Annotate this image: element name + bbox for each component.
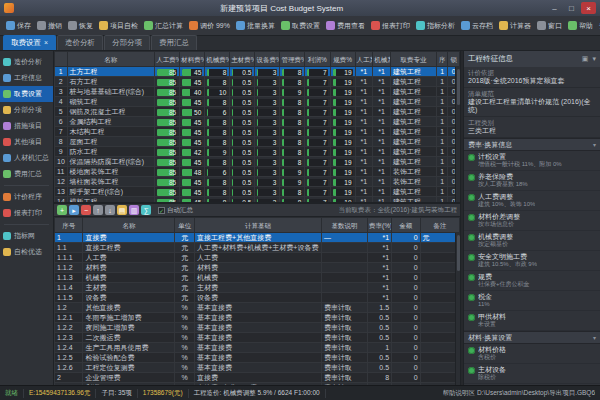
toolbar-button-window[interactable]: 窗口 — [534, 19, 565, 33]
toolbar-button-self-check[interactable]: 项目自检 — [96, 19, 141, 33]
fee-detail-row[interactable]: 1.1.1人工费元人工费*10 — [55, 253, 460, 263]
fee-table-row[interactable]: 12墙柱面装饰工程854580.539719*1*1装饰工程10 — [55, 177, 460, 187]
toolbar-button-login[interactable]: 登录 — [596, 19, 600, 33]
delete-row-button[interactable]: − — [81, 205, 91, 215]
setting-item[interactable]: 主材设备除税价 — [464, 364, 600, 384]
fee-table-row[interactable]: 8屋面工程854580.538719*1*1建筑工程10 — [55, 137, 460, 147]
toolbar-button-help[interactable]: 帮助 — [565, 19, 596, 33]
setting-item[interactable]: 材料价差调整按市场信息价 — [464, 211, 600, 231]
tab-cost-summary[interactable]: 费用汇总 — [151, 35, 197, 50]
fee-detail-row[interactable]: 1.1.2材料费元材料费*10 — [55, 263, 460, 273]
tab-fee-setting[interactable]: 取费设置× — [3, 35, 56, 50]
fee-detail-row[interactable]: 1.2其他直接费%基本直接费费率计取1.50 — [55, 303, 460, 313]
progress-bar: 85 — [157, 89, 177, 96]
toolbar-button-batch-convert[interactable]: 批量换算 — [233, 19, 278, 33]
sidebar-item-auto-check[interactable]: 自检优选 — [0, 244, 53, 260]
setting-item[interactable]: 人工费调整建筑 10%、装饰 10% — [464, 191, 600, 211]
fee-detail-row[interactable]: 1.1.5设备费元设备费*10 — [55, 293, 460, 303]
sidebar-item-project-info[interactable]: 工程信息 — [0, 70, 53, 86]
fee-detail-row[interactable]: 1.1.4主材费元主材费*10 — [55, 283, 460, 293]
fee-detail-row[interactable]: 2企业管理费%直接费费率计取80 — [55, 373, 460, 383]
property-field[interactable]: 工程类别三类工程 — [464, 117, 600, 138]
toolbar-button-calculator[interactable]: 计算器 — [496, 19, 534, 33]
fee-table-row[interactable]: 5钢筋及混凝土工程855060.538719*1*1建筑工程10 — [55, 107, 460, 117]
sidebar-item-other-items[interactable]: 其他项目 — [0, 134, 53, 150]
fee-detail-row[interactable]: 1.1.3机械费元机械费*10 — [55, 273, 460, 283]
fee-detail-row[interactable]: 1.2.1冬雨季施工增加费%基本直接费费率计取0.50 — [55, 313, 460, 323]
toolbar-button-index[interactable]: 指标分析 — [413, 19, 458, 33]
fee-detail-row[interactable]: 1.2.2夜间施工增加费%基本直接费费率计取0.50 — [55, 323, 460, 333]
insert-row-button[interactable]: ▸ — [69, 205, 79, 215]
fee-table-row[interactable]: 13脚手架工程(综合)854580.538719*1*1建筑工程10 — [55, 187, 460, 197]
fee-detail-row[interactable]: 1.2.6工程定位复测费%基本直接费费率计取0.50 — [55, 363, 460, 373]
setting-item[interactable]: 机械费调整按定额基价 — [464, 231, 600, 251]
fee-table-row[interactable]: 9防水工程854290.538719*1*1建筑工程10 — [55, 147, 460, 157]
setting-item[interactable]: 税金11% — [464, 291, 600, 311]
fee-detail-row[interactable]: 1直接费元直接工程费+其他直接费—*10元 — [55, 233, 460, 243]
toolbar-button-cost-view[interactable]: 费用查看 — [323, 19, 368, 33]
sidebar-item-bill-items[interactable]: 分部分项 — [0, 102, 53, 118]
sidebar-item-fee-setting[interactable]: 取费设置 — [0, 86, 53, 102]
fee-table-row[interactable]: 14模板工程854580.538719*1*1建筑工程10 — [55, 197, 460, 204]
toolbar-button-price-adjust[interactable]: 调价 99% — [186, 19, 233, 33]
toolbar-button-undo[interactable]: 撤销 — [34, 19, 65, 33]
toolbar-button-save[interactable]: 保存 — [3, 19, 34, 33]
fee-table-row[interactable]: 3桩与地基基础工程(综合)8540100.539719*1*1建筑工程10 — [55, 87, 460, 97]
vertical-scrollbar[interactable] — [455, 233, 460, 385]
save-template-button[interactable]: ▤ — [117, 205, 127, 215]
section-header[interactable]: 材料·换算设置▾ — [464, 331, 600, 344]
toolbar-button-summary-calc[interactable]: 汇总计算 — [141, 19, 186, 33]
property-field[interactable]: 计价依据2018版·全统2016预算定额直套 — [464, 67, 600, 88]
sidebar-item-report-print[interactable]: 报表打印 — [0, 205, 53, 221]
sidebar-item-measure-items[interactable]: 措施项目 — [0, 118, 53, 134]
property-field[interactable]: 清单规范建设工程工程量清单计价规范 (2016)(全统) — [464, 88, 600, 117]
fee-table-row[interactable]: 10保温隔热防腐工程(综合)854580.538719*1*1建筑工程10 — [55, 157, 460, 167]
fee-table-row[interactable]: 1土方工程854580.538719*1*1建筑工程10 — [55, 67, 460, 77]
chevron-down-icon[interactable]: ▾ — [592, 55, 596, 63]
tab-bill-items[interactable]: 分部分项 — [104, 35, 150, 50]
sidebar-item-cost-analysis[interactable]: 造价分析 — [0, 54, 53, 70]
setting-item[interactable]: 养老保险费按人工费基数 18% — [464, 171, 600, 191]
minimize-button[interactable]: – — [547, 2, 562, 14]
cell-index: 6 — [55, 117, 68, 127]
fee-table-row[interactable]: 7木结构工程854580.538719*1*1建筑工程10 — [55, 127, 460, 137]
fee-detail-row[interactable]: 3利润%直接费+企业管理费费率计取70 — [55, 383, 460, 386]
fee-detail-row[interactable]: 1.2.5检验试验配合费%基本直接费费率计取0.50 — [55, 353, 460, 363]
toolbar-button-report[interactable]: 报表打印 — [368, 19, 413, 33]
move-up-button[interactable]: ↑ — [93, 205, 103, 215]
sidebar-item-pricing-program[interactable]: 计价程序 — [0, 189, 53, 205]
toolbar-button-cloud[interactable]: 云存档 — [458, 19, 496, 33]
fee-detail-row[interactable]: 1.1直接工程费元人工费+材料费+机械费+主材费+设备费*10 — [55, 243, 460, 253]
toolbar-button-fee-setting[interactable]: 取费设置 — [278, 19, 323, 33]
setting-item[interactable]: 规费社保费+住房公积金 — [464, 271, 600, 291]
setting-item[interactable]: 计税设置增值税一般计税 11%、附加 0% — [464, 151, 600, 171]
fee-table-row[interactable]: 2石方工程854580.538719*1*1建筑工程10 — [55, 77, 460, 87]
maximize-button[interactable]: □ — [564, 2, 579, 14]
close-icon[interactable]: × — [44, 40, 48, 46]
fee-detail-row[interactable]: 1.2.3二次搬运费%基本直接费费率计取0.50 — [55, 333, 460, 343]
section-header[interactable]: 费率·换算信息▾ — [464, 138, 600, 151]
vertical-scrollbar[interactable] — [455, 67, 460, 202]
close-button[interactable]: × — [581, 2, 596, 14]
toolbar-button-redo[interactable]: 恢复 — [65, 19, 96, 33]
load-template-button[interactable]: ▥ — [129, 205, 139, 215]
scrollbar-thumb[interactable] — [457, 69, 460, 105]
move-down-button[interactable]: ↓ — [105, 205, 115, 215]
tab-cost-analysis[interactable]: 造价分析 — [57, 35, 103, 50]
sidebar-item-labor-material[interactable]: 人材机汇总 — [0, 150, 53, 166]
fee-detail-row[interactable]: 1.2.4生产工具用具使用费%基本直接费费率计取10 — [55, 343, 460, 353]
progress-bar: 8 — [282, 189, 302, 196]
pin-icon[interactable]: ▣ — [582, 55, 589, 63]
setting-item[interactable]: 材料价格含税价 — [464, 344, 600, 364]
sidebar-item-fee-summary[interactable]: 费用汇总 — [0, 166, 53, 182]
setting-item[interactable]: 安全文明施工费建筑 10.5%、市政 9% — [464, 251, 600, 271]
sidebar-item-index-net[interactable]: 指标网 — [0, 228, 53, 244]
setting-item[interactable]: 甲供材料未设置 — [464, 311, 600, 331]
auto-sum-checkbox[interactable]: ✓ 自动汇总 — [158, 206, 193, 215]
fee-code-button[interactable]: ∑ — [141, 205, 151, 215]
fee-table-row[interactable]: 4砌筑工程854580.538719*1*1建筑工程10 — [55, 97, 460, 107]
fee-table-row[interactable]: 6金属结构工程854580.538719*1*1建筑工程10 — [55, 117, 460, 127]
scrollbar-thumb[interactable] — [457, 235, 460, 271]
fee-table-row[interactable]: 11楼地面装饰工程854860.539719*1*1装饰工程10 — [55, 167, 460, 177]
add-row-button[interactable]: + — [57, 205, 67, 215]
